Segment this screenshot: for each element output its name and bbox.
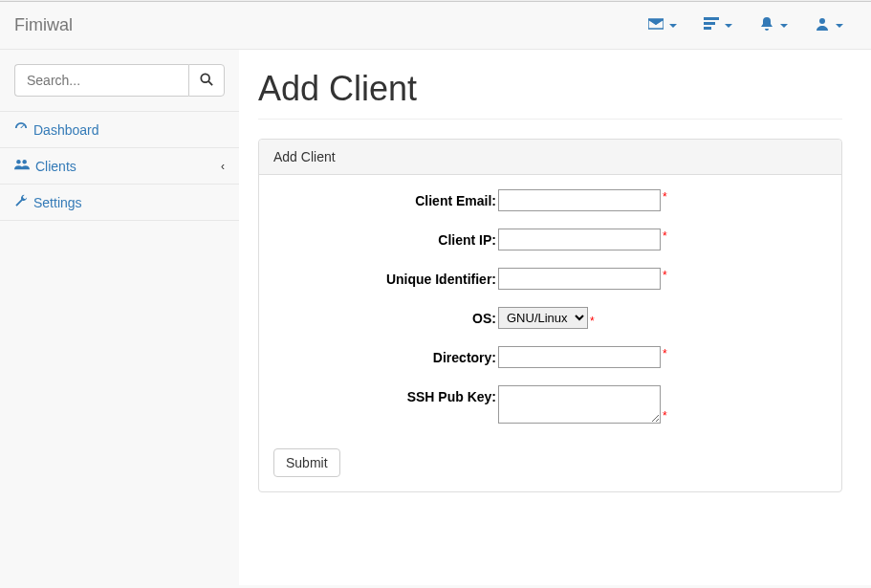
client-ip-input[interactable] bbox=[498, 229, 661, 250]
required-marker: * bbox=[663, 229, 667, 244]
caret-down-icon bbox=[780, 24, 788, 28]
wrench-icon bbox=[14, 194, 28, 210]
chevron-left-icon: ‹ bbox=[221, 160, 225, 173]
label-unique-identifier: Unique Identifier: bbox=[273, 268, 498, 287]
brand: Fimiwal bbox=[14, 1, 73, 50]
envelope-icon bbox=[648, 16, 664, 34]
required-marker: * bbox=[590, 316, 595, 329]
svg-point-4 bbox=[201, 74, 209, 82]
main-content: Add Client Add Client Client Email: * Cl… bbox=[239, 50, 871, 585]
svg-point-6 bbox=[16, 160, 20, 163]
bell-icon bbox=[759, 16, 774, 34]
required-marker: * bbox=[663, 189, 667, 205]
dashboard-icon bbox=[14, 121, 28, 138]
svg-rect-0 bbox=[704, 17, 719, 20]
sidebar-item-dashboard[interactable]: Dashboard bbox=[0, 112, 239, 147]
sidebar-item-settings[interactable]: Settings bbox=[0, 185, 239, 220]
nav-mail-dropdown[interactable] bbox=[635, 2, 690, 49]
caret-down-icon bbox=[836, 24, 843, 28]
nav-tasks-dropdown[interactable] bbox=[690, 2, 746, 49]
directory-input[interactable] bbox=[498, 346, 661, 368]
sidebar-item-label: Settings bbox=[33, 195, 82, 210]
sidebar-item-clients[interactable]: Clients ‹ bbox=[0, 148, 239, 184]
search-icon bbox=[200, 73, 213, 89]
label-client-email: Client Email: bbox=[273, 189, 498, 208]
tasks-icon bbox=[704, 16, 719, 34]
search-button[interactable] bbox=[188, 64, 225, 97]
caret-down-icon bbox=[725, 24, 732, 28]
svg-point-3 bbox=[819, 18, 825, 24]
panel-add-client: Add Client Client Email: * Client IP: * bbox=[258, 139, 842, 492]
required-marker: * bbox=[663, 410, 667, 424]
os-select[interactable]: GNU/Linux bbox=[498, 307, 588, 329]
sidebar-item-label: Clients bbox=[35, 159, 76, 174]
client-email-input[interactable] bbox=[498, 189, 661, 211]
page-title: Add Client bbox=[258, 69, 842, 120]
search-input[interactable] bbox=[14, 64, 188, 97]
navbar-right bbox=[635, 2, 857, 49]
svg-rect-1 bbox=[704, 22, 715, 25]
sidebar: Dashboard Clients ‹ Settings bbox=[0, 50, 239, 585]
unique-identifier-input[interactable] bbox=[498, 268, 661, 290]
required-marker: * bbox=[663, 268, 667, 283]
panel-heading: Add Client bbox=[259, 140, 841, 175]
caret-down-icon bbox=[669, 24, 677, 28]
user-icon bbox=[815, 16, 830, 34]
navbar: Fimiwal bbox=[0, 2, 871, 50]
svg-rect-2 bbox=[704, 27, 711, 30]
sidebar-item-label: Dashboard bbox=[33, 122, 99, 138]
label-directory: Directory: bbox=[273, 346, 498, 365]
nav-user-dropdown[interactable] bbox=[801, 2, 857, 49]
ssh-pub-key-input[interactable] bbox=[498, 385, 661, 424]
users-icon bbox=[14, 158, 30, 174]
label-client-ip: Client IP: bbox=[273, 229, 498, 248]
label-os: OS: bbox=[273, 307, 498, 326]
svg-line-5 bbox=[208, 81, 212, 85]
svg-point-7 bbox=[22, 160, 26, 163]
nav-alerts-dropdown[interactable] bbox=[746, 2, 801, 49]
submit-button[interactable]: Submit bbox=[273, 448, 340, 477]
label-ssh-pub-key: SSH Pub Key: bbox=[273, 385, 498, 404]
required-marker: * bbox=[663, 346, 667, 361]
